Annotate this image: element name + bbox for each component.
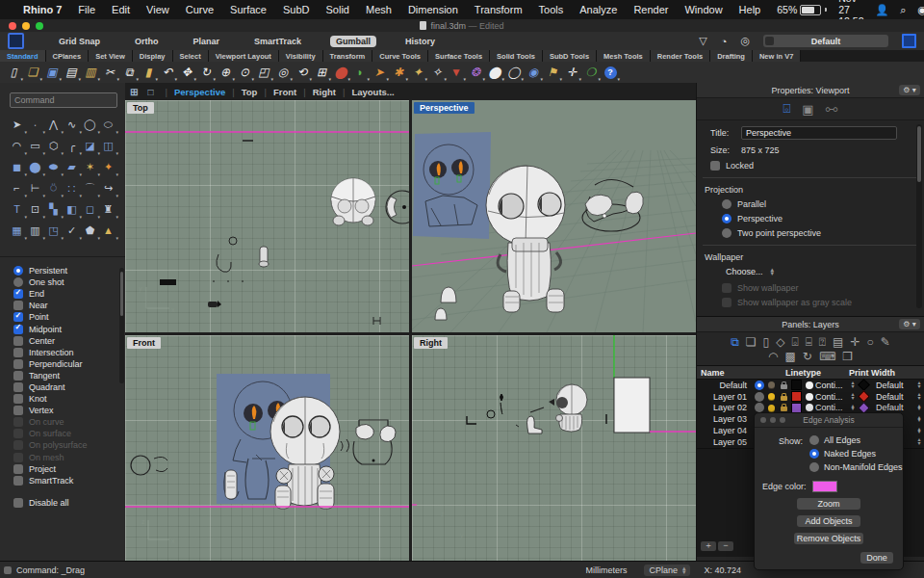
folder-panel-icon[interactable]: ❒	[842, 350, 853, 363]
print-icon[interactable]: ▤	[62, 64, 81, 81]
osnap-midpoint[interactable]: Midpoint	[13, 323, 125, 334]
box-panel-icon[interactable]: ◇	[776, 335, 784, 349]
cplane-panel-icon[interactable]: ⌺	[791, 335, 798, 349]
select-tool[interactable]: ➤	[8, 116, 26, 133]
rotate-view-icon[interactable]: ↻	[196, 64, 216, 81]
edge-analysis-titlebar[interactable]: Edge Analysis	[755, 413, 903, 428]
osnap-smarttrack[interactable]: SmartTrack	[13, 475, 125, 486]
properties-gear-button[interactable]: ⚙ ▾	[899, 85, 920, 95]
menu-view[interactable]: View	[146, 4, 169, 15]
twist-tool[interactable]: ✶	[81, 158, 99, 175]
blend-curve-tool[interactable]: ↪	[99, 179, 117, 197]
paste-icon[interactable]: ▮	[139, 64, 158, 81]
menu-curve[interactable]: Curve	[186, 4, 214, 15]
toggle-history[interactable]: History	[399, 36, 441, 47]
select-mode-icon[interactable]: ◔	[721, 36, 728, 47]
cone-tool[interactable]: ▲	[99, 222, 117, 239]
camera-icon[interactable]: ⌻	[783, 101, 790, 117]
link-icon[interactable]: ⧟	[826, 101, 838, 117]
viewport-perspective-label[interactable]: Perspective	[414, 102, 475, 114]
rendered-sphere-icon[interactable]: ◉	[524, 64, 543, 81]
tab-display[interactable]: Display	[133, 50, 173, 62]
viewport-layout-icon[interactable]: ⊞	[312, 64, 331, 81]
viewport-right[interactable]: Right	[412, 335, 696, 562]
gumball-panel-icon[interactable]: ✛	[850, 335, 860, 349]
wallpaper-choose-dropdown[interactable]: Choose... ▴▾	[726, 267, 924, 276]
layer-visibility-icon[interactable]	[768, 405, 775, 411]
menu-solid[interactable]: Solid	[326, 4, 349, 15]
plane-tool[interactable]: ▰	[63, 158, 81, 175]
layers-gear-button[interactable]: ⚙ ▾	[899, 319, 920, 329]
zoom-selected-icon[interactable]: ◎	[273, 64, 293, 81]
scatter-tool[interactable]: ▚	[44, 200, 63, 218]
add-objects-button[interactable]: Add Objects	[797, 515, 860, 527]
undo-icon[interactable]: ↶	[158, 64, 177, 81]
tab-render-tools[interactable]: Render Tools	[651, 50, 710, 62]
layer-visibility-icon[interactable]	[768, 393, 775, 400]
cplane-dropdown[interactable]: CPlane ▴▾	[644, 565, 690, 576]
arc-tool[interactable]: ◠	[8, 137, 26, 154]
layer-material-icon[interactable]	[806, 381, 813, 389]
zoom-dynamic-icon[interactable]: ⊙	[235, 64, 254, 81]
open-file-icon[interactable]: ❏	[23, 64, 42, 81]
menu-file[interactable]: File	[78, 4, 95, 15]
layers-panel-icon[interactable]: ⧉	[731, 335, 739, 349]
menu-analyze[interactable]: Analyze	[579, 4, 617, 15]
render-preview-icon[interactable]: ◗	[350, 64, 370, 81]
toggle-gumball[interactable]: Gumball	[330, 36, 376, 47]
curve-tool[interactable]: ∿	[63, 116, 81, 133]
help-panel-icon[interactable]: ⍰	[819, 335, 826, 349]
vase-tool[interactable]: ◳	[44, 222, 63, 239]
properties-scrollbar[interactable]	[916, 124, 922, 308]
lamp-lock-icon[interactable]: ✧	[427, 64, 447, 81]
layer-material-icon[interactable]	[806, 404, 813, 411]
file-panel-icon[interactable]: ▯	[763, 335, 770, 349]
render-icon[interactable]: ⬤	[331, 64, 350, 81]
hinge-tool[interactable]: ⌐	[8, 179, 26, 197]
layer-lock-icon[interactable]	[781, 396, 787, 401]
pen-panel-icon[interactable]: ✎	[881, 335, 890, 349]
viewport-top[interactable]: Top	[125, 100, 409, 332]
viewport-front-label[interactable]: Front	[127, 337, 161, 349]
text-tool[interactable]: T	[8, 200, 26, 218]
layer-color-swatch[interactable]	[791, 380, 802, 390]
user-icon[interactable]: 👤	[876, 4, 889, 16]
osnap-quadrant[interactable]: Quadrant	[13, 381, 125, 393]
osnap-knot[interactable]: Knot	[13, 393, 125, 405]
rhino-logo-icon[interactable]	[8, 33, 24, 49]
check-tool[interactable]: ✓	[63, 222, 81, 239]
tab-set-view[interactable]: Set View	[89, 50, 133, 62]
pan-icon[interactable]: ✥	[177, 64, 196, 81]
toggle-smarttrack[interactable]: SmartTrack	[248, 36, 307, 47]
menu-help[interactable]: Help	[739, 4, 761, 15]
command-input[interactable]: Command	[10, 92, 117, 108]
battery-indicator[interactable]: 65%	[777, 4, 827, 15]
circle-tool[interactable]: ◯	[81, 116, 99, 133]
toggle-ortho[interactable]: Ortho	[129, 36, 165, 47]
menu-transform[interactable]: Transform	[475, 4, 523, 15]
viewport-props-icon[interactable]: ▣	[802, 102, 813, 117]
sun-panel-icon[interactable]: ↻	[803, 350, 812, 363]
tab-viewport-layout[interactable]: Viewport Layout	[209, 50, 279, 62]
done-button[interactable]: Done	[860, 552, 893, 564]
patch-surface-tool[interactable]: ◪	[81, 137, 99, 154]
osnap-point[interactable]: Point	[13, 311, 125, 323]
viewport-top-label[interactable]: Top	[127, 102, 154, 114]
primitives-tool[interactable]: ⬟	[81, 222, 99, 239]
toggle-planar[interactable]: Planar	[188, 36, 226, 47]
viewport-perspective[interactable]: Perspective	[412, 100, 696, 332]
menu-rhino[interactable]: Rhino 7	[23, 4, 62, 15]
menu-window[interactable]: Window	[684, 4, 722, 15]
tab-curve-tools[interactable]: Curve Tools	[372, 50, 428, 62]
toggle-grid-snap[interactable]: Grid Snap	[53, 36, 106, 47]
selection-filter-icon[interactable]: ▽	[699, 35, 706, 47]
remove-layer-button[interactable]: −	[718, 541, 733, 551]
four-viewport-icon[interactable]: ⊞	[130, 87, 138, 97]
projection-two-point[interactable]: Two point perspective	[722, 228, 924, 238]
move-point-tool[interactable]: ⊡	[26, 200, 44, 218]
select-objects-icon[interactable]: ➤	[370, 64, 389, 81]
projection-parallel[interactable]: Parallel	[722, 199, 924, 209]
osnap-near[interactable]: Near	[13, 300, 125, 311]
units-label[interactable]: Millimeters	[585, 565, 627, 575]
torus-tool[interactable]: ⬬	[44, 158, 63, 175]
